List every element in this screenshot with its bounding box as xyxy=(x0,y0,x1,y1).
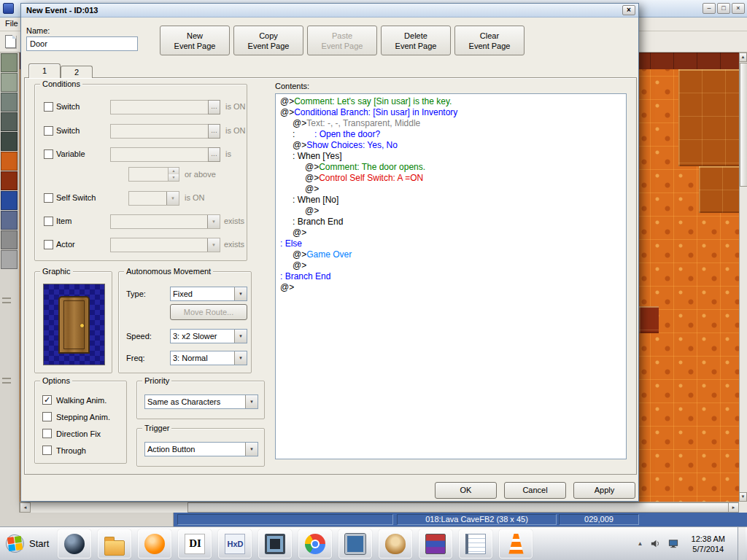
palette-tile[interactable] xyxy=(1,211,18,230)
event-command-line[interactable]: @> xyxy=(276,184,626,195)
palette-tile[interactable] xyxy=(1,191,18,210)
map-horizontal-scrollbar[interactable]: ◄ ► xyxy=(20,502,739,513)
priority-select[interactable]: Same as Characters xyxy=(144,394,258,409)
graphic-preview[interactable] xyxy=(43,284,105,365)
event-command-line[interactable]: @>Conditional Branch: [Sin usar] in Inve… xyxy=(276,107,626,118)
winrar-icon[interactable] xyxy=(419,529,452,559)
volume-icon[interactable] xyxy=(650,538,661,549)
pet-icon[interactable] xyxy=(379,529,412,559)
taskbar-clock[interactable]: 12:38 AM 5/7/2014 xyxy=(686,534,731,554)
display-icon[interactable] xyxy=(258,529,292,559)
option-checkbox-3[interactable] xyxy=(42,446,52,455)
hxd-icon[interactable]: HxD xyxy=(218,529,252,559)
apply-button[interactable]: Apply xyxy=(573,482,635,499)
di-icon[interactable]: DI xyxy=(178,529,212,559)
show-desktop-button[interactable] xyxy=(738,527,746,560)
condition-switch1-browse-button: ... xyxy=(208,100,220,114)
movement-freq-select[interactable]: 3: Normal xyxy=(170,351,247,365)
event-command-line[interactable]: : When [Yes] xyxy=(276,151,626,162)
main-close-button[interactable]: × xyxy=(732,3,745,14)
spinner-up-icon: ▲ xyxy=(169,168,179,174)
event-command-line[interactable]: : Branch End xyxy=(276,271,626,282)
event-command-line[interactable]: @> xyxy=(276,282,626,293)
horizontal-scrollbar-thumb[interactable] xyxy=(187,502,731,513)
delete-event-page-button[interactable]: Delete Event Page xyxy=(381,26,451,55)
monitor-icon[interactable] xyxy=(338,529,372,559)
aimp-icon[interactable] xyxy=(138,529,171,559)
tray-chevron-icon[interactable]: ▲ xyxy=(638,540,643,547)
network-icon[interactable] xyxy=(667,538,679,549)
event-command-line[interactable]: @>Text: -, -, Transparent, Middle xyxy=(276,118,626,129)
scroll-right-button[interactable]: ► xyxy=(728,502,739,513)
event-command-line[interactable]: @> xyxy=(276,206,626,217)
notes-icon[interactable] xyxy=(459,529,492,559)
tab-page-2[interactable]: 2 xyxy=(61,66,93,78)
option-checkbox-0[interactable]: ✓ xyxy=(42,395,52,405)
new-event-page-button[interactable]: New Event Page xyxy=(160,26,230,55)
event-name-input[interactable]: Door xyxy=(26,36,138,51)
folder-icon[interactable] xyxy=(98,529,131,559)
event-command-list[interactable]: @>Comment: Let's say [Sin usar] is the k… xyxy=(275,93,627,459)
map-vertical-scrollbar[interactable]: ▲ ▼ xyxy=(739,52,747,502)
condition-self-switch-checkbox[interactable] xyxy=(44,193,53,203)
palette-tile[interactable] xyxy=(1,53,18,72)
clear-event-page-button[interactable]: Clear Event Page xyxy=(454,26,525,55)
condition-switch2-checkbox[interactable] xyxy=(44,126,53,136)
maximize-button[interactable]: □ xyxy=(717,3,730,14)
new-project-icon[interactable] xyxy=(5,35,16,48)
tab-page-1[interactable]: 1 xyxy=(28,63,61,78)
palette-tile[interactable] xyxy=(1,73,18,92)
chrome-icon[interactable] xyxy=(298,529,332,559)
cancel-button[interactable]: Cancel xyxy=(504,482,566,499)
palette-splitter[interactable] xyxy=(2,378,11,384)
palette-splitter[interactable] xyxy=(2,298,11,303)
condition-self-switch-select xyxy=(128,191,179,206)
menu-file[interactable]: File xyxy=(0,18,23,29)
tileset-palette[interactable] xyxy=(0,52,20,513)
palette-tile[interactable] xyxy=(1,132,18,151)
scroll-left-button[interactable]: ◄ xyxy=(20,502,31,513)
event-command-line[interactable]: @>Show Choices: Yes, No xyxy=(276,140,626,151)
condition-switch1-checkbox[interactable] xyxy=(44,102,53,112)
copy-event-page-button[interactable]: Copy Event Page xyxy=(233,26,303,55)
condition-variable-checkbox[interactable] xyxy=(44,149,53,159)
vertical-scrollbar-thumb[interactable] xyxy=(740,63,747,187)
dialog-title-bar[interactable]: New Event - ID:013 × xyxy=(21,4,638,18)
palette-tile[interactable] xyxy=(1,230,18,249)
steam-icon[interactable] xyxy=(58,529,91,559)
event-command-line[interactable]: @> xyxy=(276,260,626,271)
event-command-line[interactable]: @>Comment: The door opens. xyxy=(276,162,626,173)
scroll-up-button[interactable]: ▲ xyxy=(739,52,747,62)
dialog-close-button[interactable]: × xyxy=(622,5,635,15)
trigger-select[interactable]: Action Button xyxy=(144,442,258,456)
condition-actor-checkbox[interactable] xyxy=(44,240,53,249)
vlc-icon[interactable] xyxy=(499,529,533,559)
option-checkbox-2[interactable] xyxy=(42,429,52,438)
autonomous-group-title: Autonomous Movement xyxy=(124,267,213,276)
map-rock-tile xyxy=(639,306,659,333)
event-command-line[interactable]: : Else xyxy=(276,238,626,249)
event-command-line[interactable]: : When [No] xyxy=(276,195,626,206)
option-checkbox-1[interactable] xyxy=(42,412,52,421)
button-label: Event Page xyxy=(308,41,376,51)
event-command-line[interactable]: @>Game Over xyxy=(276,249,626,260)
palette-tile[interactable] xyxy=(1,171,18,190)
movement-type-select[interactable]: Fixed xyxy=(170,287,247,301)
condition-item-checkbox[interactable] xyxy=(44,217,53,226)
event-command-line[interactable]: @>Comment: Let's say [Sin usar] is the k… xyxy=(276,96,626,107)
event-command-line[interactable]: @>Control Self Switch: A =ON xyxy=(276,173,626,184)
palette-tile[interactable] xyxy=(1,112,18,131)
palette-tile[interactable] xyxy=(1,93,18,112)
event-command-line[interactable]: : : Open the door? xyxy=(276,129,626,140)
minimize-button[interactable]: – xyxy=(703,3,716,14)
status-bar: 018:Lava CaveFB2 (38 x 45) 029,009 xyxy=(0,513,747,526)
scroll-down-button[interactable]: ▼ xyxy=(739,492,747,502)
event-command-line[interactable]: : Branch End xyxy=(276,217,626,228)
event-command-line[interactable]: @> xyxy=(276,228,626,238)
movement-speed-select[interactable]: 3: x2 Slower xyxy=(170,329,247,343)
ok-button[interactable]: OK xyxy=(435,482,497,499)
palette-tile[interactable] xyxy=(1,152,18,171)
start-button[interactable]: Start xyxy=(0,527,58,560)
palette-tile[interactable] xyxy=(1,250,18,269)
condition-item-select xyxy=(110,214,220,229)
